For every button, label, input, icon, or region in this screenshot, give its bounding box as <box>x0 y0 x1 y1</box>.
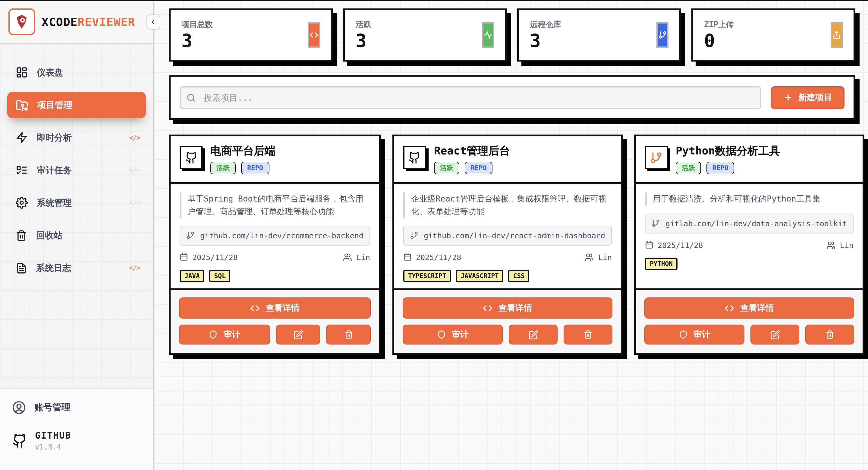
app-title: XCODEREVIEWER <box>41 15 135 28</box>
repo-url: github.com/lin-dev/react-admin-dashboard <box>424 231 605 240</box>
code-badge-icon: </> <box>129 199 140 207</box>
users-icon <box>827 241 836 250</box>
activity-icon <box>484 31 493 39</box>
tech-tags: PYTHON <box>645 258 854 271</box>
project-cards-row: 电商平台后端 活跃 REPO 基于Spring Boot的电商平台后端服务，包含… <box>169 135 855 355</box>
sidebar-nav: 仪表盘 项目管理 即时分析 </> 审计任务 </> 系统管理 </> <box>0 44 153 388</box>
code-icon <box>310 31 318 39</box>
upload-icon <box>832 31 841 39</box>
edit-icon <box>528 330 538 340</box>
tech-tag: PYTHON <box>645 258 678 271</box>
sidebar-footer: 账号管理 GITHUB v1.3.4 <box>0 388 153 470</box>
sidebar-item-system-logs[interactable]: 系统日志 </> <box>7 255 146 281</box>
edit-button[interactable] <box>276 325 320 345</box>
new-project-button[interactable]: 新建项目 <box>771 86 844 109</box>
sidebar-item-instant-analysis[interactable]: 即时分析 </> <box>7 124 146 151</box>
git-branch-icon <box>410 231 418 239</box>
repo-url: github.com/lin-dev/ecommerce-backend <box>200 231 364 240</box>
version-label: v1.3.4 <box>35 443 71 451</box>
stat-icon-box-0 <box>308 22 320 48</box>
delete-button[interactable] <box>564 325 613 345</box>
repo-url: gitlab.com/lin-dev/data-analysis-toolkit <box>665 219 847 228</box>
stat-icon-box-2 <box>656 22 669 48</box>
project-owner: Lin <box>356 253 370 262</box>
sidebar-item-account[interactable]: 账号管理 <box>12 401 141 414</box>
sidebar: XCODEREVIEWER 仪表盘 项目管理 即时分析 </> 审计任务 <box>0 0 154 470</box>
tech-tag: SQL <box>210 269 230 282</box>
audit-button[interactable]: 审计 <box>403 325 503 345</box>
project-card-header: React管理后台 活跃 REPO <box>394 136 621 184</box>
status-badge: 活跃 <box>210 161 236 174</box>
tech-tag: TYPESCRIPT <box>403 269 451 282</box>
trash-icon <box>16 230 27 241</box>
git-branch-icon <box>645 146 668 169</box>
search-icon <box>186 93 196 102</box>
view-details-button[interactable]: 查看详情 <box>179 297 371 319</box>
project-card: Python数据分析工具 活跃 REPO 用于数据清洗、分析和可视化的Pytho… <box>634 135 864 355</box>
type-badge: REPO <box>241 161 269 174</box>
tech-tag: JAVASCRIPT <box>456 269 503 282</box>
sidebar-item-dashboard[interactable]: 仪表盘 <box>7 59 146 86</box>
sidebar-collapse-button[interactable] <box>147 14 160 30</box>
stat-icon-box-1 <box>482 22 494 48</box>
gear-icon <box>16 197 28 209</box>
audit-button[interactable]: 审计 <box>644 325 744 345</box>
project-description: 用于数据清洗、分析和可视化的Python工具集 <box>645 193 854 206</box>
git-branch-icon <box>658 31 667 39</box>
project-title: React管理后台 <box>434 144 510 157</box>
project-date: 2025/11/28 <box>416 253 461 262</box>
edit-button[interactable] <box>509 325 558 345</box>
delete-button[interactable] <box>805 325 854 345</box>
list-checks-icon <box>16 164 28 176</box>
sidebar-item-system-admin[interactable]: 系统管理 </> <box>7 189 146 216</box>
shield-icon <box>209 330 218 339</box>
project-card-body: 用于数据清洗、分析和可视化的Python工具集 gitlab.com/lin-d… <box>636 184 863 288</box>
project-card-header: 电商平台后端 活跃 REPO <box>170 136 379 184</box>
main-content: 项目总数 3 活跃 3 远程仓库 3 ZIP上 <box>154 0 868 470</box>
tech-tag: JAVA <box>180 269 205 282</box>
edit-button[interactable] <box>750 325 799 345</box>
project-card-body: 基于Spring Boot的电商平台后端服务，包含用户管理、商品管理、订单处理等… <box>170 184 379 288</box>
app-logo-icon <box>8 8 35 35</box>
search-input[interactable] <box>180 86 761 109</box>
github-icon <box>12 433 27 448</box>
stat-card-remote-repos: 远程仓库 3 <box>517 8 681 62</box>
project-card-footer: 查看详情 审计 <box>394 288 621 353</box>
users-icon <box>343 253 352 262</box>
stat-card-total-projects: 项目总数 3 <box>169 8 333 62</box>
stat-card-active: 活跃 3 <box>343 8 507 62</box>
file-text-icon <box>16 262 27 274</box>
calendar-icon <box>645 241 653 249</box>
project-card-header: Python数据分析工具 活跃 REPO <box>636 136 863 184</box>
view-details-button[interactable]: 查看详情 <box>403 297 613 319</box>
sidebar-item-audit-tasks[interactable]: 审计任务 </> <box>7 157 146 183</box>
edit-icon <box>293 330 303 340</box>
sidebar-item-recycle-bin[interactable]: 回收站 <box>7 222 146 248</box>
github-label: GITHUB <box>35 430 71 441</box>
zap-icon <box>16 131 28 144</box>
project-description: 企业级React管理后台模板，集成权限管理、数据可视化、表单处理等功能 <box>403 193 612 218</box>
project-card-footer: 查看详情 审计 <box>170 288 379 353</box>
plus-icon <box>783 93 792 102</box>
project-owner: Lin <box>598 253 612 262</box>
type-badge: REPO <box>707 161 735 174</box>
calendar-icon <box>180 253 188 261</box>
folder-git-icon <box>16 99 28 111</box>
project-date: 2025/11/28 <box>658 241 703 250</box>
project-description: 基于Spring Boot的电商平台后端服务，包含用户管理、商品管理、订单处理等… <box>180 193 370 218</box>
calendar-icon <box>403 253 412 261</box>
tech-tags: JAVA SQL <box>180 269 370 282</box>
view-details-button[interactable]: 查看详情 <box>644 297 854 319</box>
audit-button[interactable]: 审计 <box>179 325 270 345</box>
status-badge: 活跃 <box>676 161 701 174</box>
project-card-footer: 查看详情 审计 <box>636 288 863 353</box>
shield-icon <box>437 330 446 339</box>
sidebar-item-projects[interactable]: 项目管理 <box>7 92 146 118</box>
search-panel: 新建项目 <box>169 75 855 120</box>
code-icon <box>724 303 734 313</box>
project-title: 电商平台后端 <box>210 144 276 157</box>
delete-button[interactable] <box>327 325 371 345</box>
stats-row: 项目总数 3 活跃 3 远程仓库 3 ZIP上 <box>169 8 855 62</box>
project-title: Python数据分析工具 <box>676 144 780 157</box>
status-badge: 活跃 <box>434 161 459 174</box>
